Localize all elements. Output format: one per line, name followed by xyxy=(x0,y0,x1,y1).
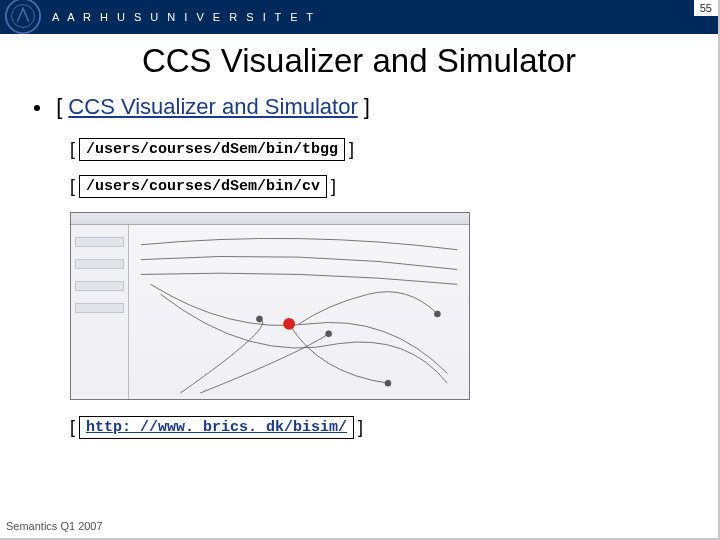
url-row: [ http: //www. brics. dk/bisim/ ] xyxy=(70,416,698,439)
sidebar-button xyxy=(75,237,124,247)
path-row-tbgg: [ /users/courses/dSem/bin/tbgg ] xyxy=(70,138,698,161)
bracket-close: ] xyxy=(358,417,363,438)
bracket-close: ] xyxy=(349,139,354,160)
bracket-open: [ xyxy=(70,417,75,438)
slide-footer: Semantics Q1 2007 xyxy=(6,520,103,532)
bullet-prefix: [ xyxy=(56,94,68,119)
university-name: A A R H U S U N I V E R S I T E T xyxy=(52,11,316,23)
path-tbgg: /users/courses/dSem/bin/tbgg xyxy=(79,138,345,161)
url-box: http: //www. brics. dk/bisim/ xyxy=(79,416,354,439)
path-cv: /users/courses/dSem/bin/cv xyxy=(79,175,327,198)
slide-title: CCS Visualizer and Simulator xyxy=(0,42,718,80)
sidebar-button xyxy=(75,259,124,269)
bracket-open: [ xyxy=(70,139,75,160)
svg-point-3 xyxy=(326,331,332,337)
slide-content: [ CCS Visualizer and Simulator ] [ /user… xyxy=(0,94,718,439)
bisim-url-link[interactable]: http: //www. brics. dk/bisim/ xyxy=(86,419,347,436)
ccs-visualizer-link[interactable]: CCS Visualizer and Simulator xyxy=(68,94,357,119)
svg-point-2 xyxy=(256,316,262,322)
sidebar-button xyxy=(75,281,124,291)
bracket-open: [ xyxy=(70,176,75,197)
active-state-icon xyxy=(283,318,295,330)
bullet-dot-icon xyxy=(34,105,40,111)
app-screenshot xyxy=(70,212,470,400)
page-number: 55 xyxy=(694,0,718,16)
sidebar-button xyxy=(75,303,124,313)
slide-header: A A R H U S U N I V E R S I T E T 55 xyxy=(0,0,718,34)
app-sidebar xyxy=(71,225,129,399)
svg-point-5 xyxy=(434,311,440,317)
svg-point-4 xyxy=(385,380,391,386)
bullet-main: [ CCS Visualizer and Simulator ] xyxy=(34,94,698,120)
graph-canvas xyxy=(129,225,469,399)
university-seal-icon xyxy=(4,0,42,35)
bullet-suffix: ] xyxy=(358,94,370,119)
transition-graph-icon xyxy=(129,225,469,399)
path-row-cv: [ /users/courses/dSem/bin/cv ] xyxy=(70,175,698,198)
bracket-close: ] xyxy=(331,176,336,197)
window-titlebar xyxy=(71,213,469,225)
